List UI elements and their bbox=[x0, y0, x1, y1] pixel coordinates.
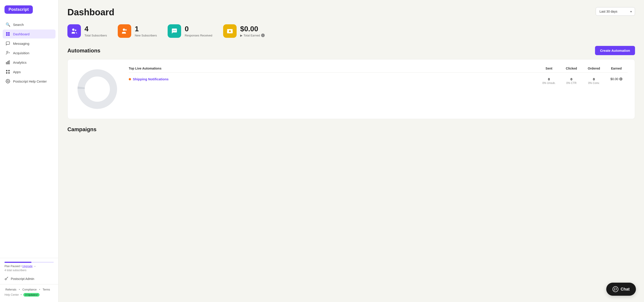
responses-value: 0 bbox=[185, 25, 212, 33]
automation-earned-cell: $0.00 ℹ bbox=[605, 77, 628, 81]
svg-point-19 bbox=[173, 30, 174, 31]
footer-links: Referrals • Compliance • Terms bbox=[4, 288, 54, 291]
new-subscribers-icon bbox=[118, 24, 131, 38]
logo[interactable]: Postscript bbox=[4, 6, 33, 14]
help-row: Help Center • 3 Updates! bbox=[4, 293, 54, 296]
sidebar-item-messaging[interactable]: Messaging bbox=[3, 39, 56, 48]
svg-rect-7 bbox=[9, 61, 10, 64]
nav-menu: 🔍 Search Dashboard Messaging bbox=[0, 20, 58, 255]
svg-rect-9 bbox=[8, 70, 10, 71]
sidebar-footer: Referrals • Compliance • Terms Help Cent… bbox=[0, 284, 58, 298]
automations-table-header: Top Live Automations Sent Clicked Ordere… bbox=[129, 67, 628, 73]
referrals-link[interactable]: Referrals bbox=[6, 288, 16, 291]
automation-sent-sub: 0% Unsub. bbox=[538, 81, 560, 85]
automations-title: Automations bbox=[68, 48, 100, 54]
total-subscribers-icon bbox=[68, 24, 81, 38]
sidebar-item-acquisition[interactable]: Acquisition bbox=[3, 48, 56, 57]
total-earned-info-icon[interactable]: i bbox=[261, 34, 265, 37]
page-header: Dashboard Last 7 days Last 30 days Last … bbox=[68, 7, 635, 17]
acquisition-icon bbox=[6, 50, 10, 55]
responses-info: 0 Responses Received bbox=[185, 25, 212, 37]
automation-clicked-main: 0 bbox=[560, 77, 583, 81]
apps-icon bbox=[6, 69, 10, 74]
svg-point-15 bbox=[75, 30, 76, 31]
automation-status-dot bbox=[129, 78, 131, 80]
stat-card-total-earned: $0.00 ▶ Total Earned i bbox=[223, 24, 265, 38]
campaigns-title: Campaigns bbox=[68, 126, 635, 132]
svg-rect-3 bbox=[8, 34, 10, 36]
main-content: Dashboard Last 7 days Last 30 days Last … bbox=[58, 0, 644, 302]
sidebar: Postscript 🔍 Search Dashboard Messaging bbox=[0, 0, 58, 302]
date-range-selector[interactable]: Last 7 days Last 30 days Last 90 days Th… bbox=[596, 7, 635, 16]
automations-card: Top Live Automations Sent Clicked Ordere… bbox=[68, 59, 635, 119]
col-header-sent: Sent bbox=[538, 67, 560, 70]
upgrade-link[interactable]: Upgrade bbox=[22, 265, 32, 268]
total-subscribers-value: 4 bbox=[84, 25, 107, 33]
plan-progress-bar-bg bbox=[4, 262, 54, 263]
sidebar-item-search[interactable]: 🔍 Search bbox=[3, 20, 56, 29]
earned-info-icon[interactable]: ℹ bbox=[619, 77, 622, 81]
sidebar-item-label: Apps bbox=[13, 70, 21, 74]
svg-point-20 bbox=[174, 30, 174, 31]
svg-point-23 bbox=[229, 30, 231, 32]
sidebar-item-help-center[interactable]: Postscript Help Center bbox=[3, 77, 56, 86]
automations-table: Top Live Automations Sent Clicked Ordere… bbox=[129, 67, 628, 85]
total-earned-icon bbox=[223, 24, 236, 38]
sidebar-item-label: Search bbox=[13, 23, 24, 27]
total-earned-value: $0.00 bbox=[240, 25, 265, 33]
svg-rect-8 bbox=[6, 70, 8, 71]
svg-point-14 bbox=[72, 29, 74, 31]
stat-card-responses: 0 Responses Received bbox=[168, 24, 212, 38]
chat-icon bbox=[612, 286, 618, 292]
sidebar-item-label: Dashboard bbox=[13, 32, 30, 36]
sidebar-item-label: Messaging bbox=[13, 42, 30, 46]
help-center-label[interactable]: Help Center bbox=[4, 293, 19, 296]
sidebar-item-analytics[interactable]: Analytics bbox=[3, 58, 56, 67]
sidebar-item-label: Analytics bbox=[13, 61, 26, 64]
automation-earned-main: $0.00 ℹ bbox=[605, 77, 628, 81]
stat-card-new-subscribers: 1 New Subscribers bbox=[118, 24, 157, 38]
col-header-clicked: Clicked bbox=[560, 67, 583, 70]
compliance-link[interactable]: Compliance bbox=[22, 288, 37, 291]
automations-section-header: Automations Create Automation bbox=[68, 46, 635, 55]
col-header-earned: Earned bbox=[605, 67, 628, 70]
new-subscribers-label: New Subscribers bbox=[135, 34, 157, 37]
sidebar-item-dashboard[interactable]: Dashboard bbox=[3, 30, 56, 39]
svg-point-12 bbox=[8, 81, 8, 82]
updates-badge[interactable]: 3 Updates! bbox=[23, 293, 40, 296]
svg-rect-11 bbox=[8, 72, 10, 74]
automation-clicked-sub: 0% CTR bbox=[560, 81, 583, 85]
chat-label: Chat bbox=[621, 287, 630, 292]
sidebar-item-label: Postscript Help Center bbox=[13, 79, 47, 83]
stat-card-total-subscribers: 4 Total Subscribers bbox=[68, 24, 107, 38]
automation-clicked-cell: 0 0% CTR bbox=[560, 77, 583, 85]
automation-row: Shipping Notifications 0 0% Unsub. 0 0% … bbox=[129, 74, 628, 85]
automation-name-cell: Shipping Notifications bbox=[129, 77, 538, 81]
plan-status: Plan Paused • Upgrade → bbox=[4, 265, 54, 268]
automation-ordered-main: 0 bbox=[583, 77, 605, 81]
admin-label: Postscript Admin bbox=[11, 277, 34, 281]
sidebar-item-admin[interactable]: Postscript Admin bbox=[4, 275, 54, 282]
terms-link[interactable]: Terms bbox=[43, 288, 50, 291]
chat-button[interactable]: Chat bbox=[606, 283, 636, 296]
sidebar-plan-section: Plan Paused • Upgrade → 4 total subscrib… bbox=[0, 258, 58, 282]
svg-rect-1 bbox=[8, 32, 10, 34]
automations-donut-chart bbox=[75, 67, 120, 112]
svg-rect-5 bbox=[6, 62, 7, 64]
create-automation-button[interactable]: Create Automation bbox=[595, 46, 635, 55]
logo-area: Postscript bbox=[4, 6, 54, 14]
svg-rect-10 bbox=[6, 72, 8, 74]
automation-earned-value: $0.00 bbox=[610, 77, 618, 81]
sidebar-item-apps[interactable]: Apps bbox=[3, 67, 56, 76]
dashboard-icon bbox=[6, 32, 10, 37]
total-subscribers-info: 4 Total Subscribers bbox=[84, 25, 107, 37]
svg-point-21 bbox=[175, 30, 176, 31]
svg-rect-6 bbox=[8, 61, 8, 64]
date-range-select[interactable]: Last 7 days Last 30 days Last 90 days Th… bbox=[596, 7, 635, 16]
automation-name-link[interactable]: Shipping Notifications bbox=[133, 77, 168, 81]
sidebar-item-label: Acquisition bbox=[13, 51, 30, 55]
analytics-icon bbox=[6, 60, 10, 65]
svg-rect-0 bbox=[6, 32, 8, 34]
page-title: Dashboard bbox=[68, 7, 114, 17]
automation-sent-cell: 0 0% Unsub. bbox=[538, 77, 560, 85]
